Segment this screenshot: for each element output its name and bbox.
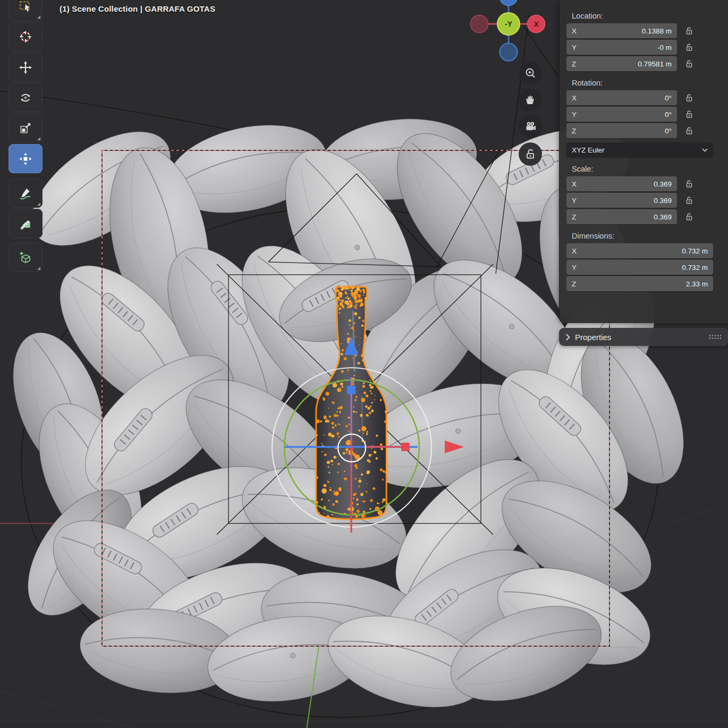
unlock-icon xyxy=(685,94,693,103)
nav-axis-z-positive[interactable] xyxy=(500,0,518,6)
scale-y-lock-button[interactable] xyxy=(685,196,693,205)
unlock-icon xyxy=(685,60,693,69)
unlock-icon xyxy=(524,148,537,160)
scale-x-field[interactable]: X 0.369 xyxy=(566,176,677,191)
rotation-z-row: Z 0° xyxy=(566,123,728,138)
cursor-icon xyxy=(19,30,32,44)
move-icon xyxy=(19,61,32,74)
tool-rotate-button[interactable] xyxy=(9,83,43,112)
unlock-icon xyxy=(685,213,693,222)
rotation-z-lock-button[interactable] xyxy=(685,126,693,136)
drag-dots-icon xyxy=(709,334,722,340)
rotate-icon xyxy=(19,91,32,105)
dimensions-z-field[interactable]: Z 2.33 m xyxy=(566,276,713,291)
gizmo-blue-handle[interactable] xyxy=(347,386,355,394)
location-z-field[interactable]: Z 0.79581 m xyxy=(566,56,677,71)
chevron-right-icon xyxy=(565,334,570,341)
tool-move-button[interactable] xyxy=(9,53,43,82)
scale-z-field[interactable]: Z 0.369 xyxy=(566,209,677,224)
rotation-mode-value: XYZ Euler xyxy=(572,146,605,154)
field-value: 2.33 m xyxy=(686,280,708,288)
annotate-pen-icon xyxy=(19,187,32,200)
location-y-lock-button[interactable] xyxy=(685,43,693,52)
axis-label: X xyxy=(572,27,577,35)
unlock-icon xyxy=(685,43,693,52)
rotation-z-field[interactable]: Z 0° xyxy=(566,123,677,138)
dimensions-y-field[interactable]: Y 0.732 m xyxy=(566,260,713,275)
nav-gizmo-x-label: X xyxy=(534,20,539,28)
location-y-row: Y -0 m xyxy=(566,40,728,55)
rotation-y-lock-button[interactable] xyxy=(685,110,693,119)
blender-3d-viewport-window: (1) Scene Collection | GARRAFA GOTAS xyxy=(0,0,728,728)
axis-label: Y xyxy=(572,197,577,205)
camera-view-button[interactable] xyxy=(519,115,542,138)
field-value: 0° xyxy=(665,127,672,135)
axis-label: X xyxy=(572,180,577,188)
gizmo-center-dot xyxy=(350,447,353,450)
scale-z-row: Z 0.369 xyxy=(566,209,728,224)
zoom-icon xyxy=(524,67,537,80)
field-value: -0 m xyxy=(657,44,672,52)
camera-icon xyxy=(524,120,537,133)
location-x-lock-button[interactable] xyxy=(685,27,693,36)
rotation-y-field[interactable]: Y 0° xyxy=(566,107,677,122)
unlock-icon xyxy=(685,126,693,136)
field-value: 0.79581 m xyxy=(638,60,672,68)
nav-axis-z-negative[interactable] xyxy=(500,44,518,61)
unlock-icon xyxy=(685,180,693,189)
field-value: 0.732 m xyxy=(682,247,708,255)
tool-select-box-button[interactable] xyxy=(9,0,43,21)
zoom-button[interactable] xyxy=(519,62,542,85)
axis-label: Z xyxy=(572,213,576,221)
rotation-x-row: X 0° xyxy=(566,90,728,105)
rotation-x-field[interactable]: X 0° xyxy=(566,90,677,105)
unlock-icon xyxy=(685,196,693,205)
breadcrumb: (1) Scene Collection | GARRAFA GOTAS xyxy=(60,4,215,13)
measure-icon xyxy=(19,217,32,231)
scale-x-row: X 0.369 xyxy=(566,176,728,191)
location-y-field[interactable]: Y -0 m xyxy=(566,40,677,55)
location-z-lock-button[interactable] xyxy=(685,60,693,69)
dimensions-y-row: Y 0.732 m xyxy=(566,260,728,275)
rotation-y-row: Y 0° xyxy=(566,107,728,122)
properties-panel-label: Properties xyxy=(575,333,611,342)
gizmo-red-handle[interactable] xyxy=(401,443,410,451)
dimensions-z-row: Z 2.33 m xyxy=(566,276,728,291)
dimensions-section-label: Dimensions: xyxy=(572,232,728,240)
chevron-down-icon xyxy=(702,148,708,152)
rotation-mode-dropdown[interactable]: XYZ Euler xyxy=(566,142,713,157)
field-value: 0.369 xyxy=(654,197,672,205)
navigation-gizmo[interactable]: -Y X xyxy=(467,0,552,69)
tool-transform-button[interactable] xyxy=(9,144,43,173)
scale-icon xyxy=(19,121,32,135)
unlock-icon xyxy=(685,110,693,119)
nav-axis-x-negative[interactable] xyxy=(471,15,488,33)
location-x-field[interactable]: X 0.1388 m xyxy=(566,23,677,38)
field-value: 0° xyxy=(665,94,672,102)
tool-add-cube-button[interactable] xyxy=(9,243,43,272)
tool-measure-button[interactable] xyxy=(9,209,43,238)
scale-x-lock-button[interactable] xyxy=(685,180,693,189)
field-value: 0.732 m xyxy=(682,264,708,272)
scale-y-field[interactable]: Y 0.369 xyxy=(566,193,677,208)
pan-button[interactable] xyxy=(519,88,542,112)
rotation-x-lock-button[interactable] xyxy=(685,94,693,103)
axis-label: Z xyxy=(572,127,576,135)
field-value: 0.369 xyxy=(654,180,672,188)
tool-scale-button[interactable] xyxy=(9,113,43,142)
scale-z-lock-button[interactable] xyxy=(685,213,693,222)
axis-label: Y xyxy=(572,264,577,272)
dimensions-x-row: X 0.732 m xyxy=(566,243,728,258)
lock-view-button[interactable] xyxy=(519,142,542,166)
location-z-row: Z 0.79581 m xyxy=(566,56,728,71)
dimensions-x-field[interactable]: X 0.732 m xyxy=(566,243,713,258)
tool-annotate-button[interactable] xyxy=(9,179,43,208)
axis-label: Y xyxy=(572,44,577,52)
transform-icon xyxy=(18,151,33,166)
add-cube-icon xyxy=(19,251,32,265)
axis-label: X xyxy=(572,247,577,255)
properties-panel-toggle[interactable]: Properties xyxy=(559,328,728,346)
tool-cursor-button[interactable] xyxy=(9,22,43,51)
location-section-label: Location: xyxy=(572,12,728,20)
select-box-icon xyxy=(19,0,32,13)
